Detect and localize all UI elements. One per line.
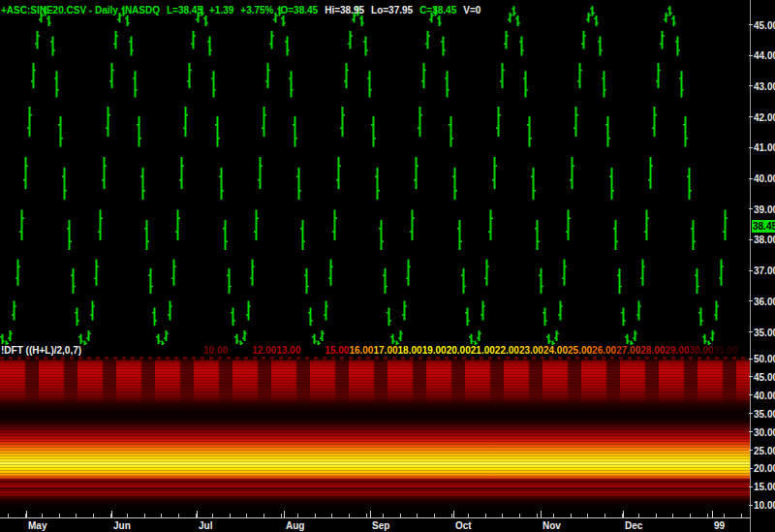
price-axis-label: 43.00 xyxy=(754,81,775,92)
time-axis-month-label: May xyxy=(28,520,46,531)
time-axis-minor-tick xyxy=(485,514,486,517)
dft-axis-tick xyxy=(749,359,753,360)
chart-application-window: +ASC:SINE20.CSV - DailyNASDQL=38.45+1.39… xyxy=(0,0,775,532)
dft-period-label: 24.00 xyxy=(543,345,568,357)
quote-field: C=38.45 xyxy=(419,5,456,16)
dft-period-label: 27.00 xyxy=(616,345,640,357)
time-axis-minor-tick xyxy=(553,514,554,517)
dft-period-label: 16.00 xyxy=(349,345,373,357)
quote-field: +1.39 xyxy=(209,5,233,16)
time-axis-month-tick xyxy=(623,511,624,517)
price-axis-label: 45.00 xyxy=(754,20,775,31)
dft-period-label: 18.00 xyxy=(398,345,422,357)
dft-axis-label: 20.00 xyxy=(754,463,775,474)
time-axis-month-label: Aug xyxy=(286,520,304,531)
dft-period-label: 21.00 xyxy=(471,345,495,357)
time-axis-month-tick xyxy=(370,511,371,517)
time-axis-minor-tick xyxy=(230,514,231,517)
time-axis-month-label: Oct xyxy=(455,520,472,531)
time-axis-month-label: Jul xyxy=(199,520,212,531)
time-axis-minor-tick xyxy=(519,514,520,517)
dft-axis-label: 15.00 xyxy=(754,482,775,492)
time-axis-minor-tick xyxy=(400,514,401,517)
dft-axis-label: 35.00 xyxy=(754,409,775,420)
price-axis-tick xyxy=(749,147,753,148)
price-axis-tick xyxy=(749,239,753,240)
price-axis-tick xyxy=(749,85,753,86)
time-axis-minor-tick xyxy=(434,514,435,517)
time-axis-month-label: Dec xyxy=(625,520,642,531)
time-axis-minor-tick xyxy=(281,514,282,517)
time-axis-minor-tick xyxy=(76,514,77,517)
dft-period-label: 29.00 xyxy=(665,345,689,357)
dft-period-label: 20.00 xyxy=(447,345,471,357)
price-axis-label: 44.00 xyxy=(754,50,775,61)
dft-header-row: !DFT ((H+L)/2,0,7) 10.0012.0013.0015.001… xyxy=(0,345,750,357)
dft-axis-tick xyxy=(749,468,753,469)
dft-period-label: 15.00 xyxy=(325,345,349,357)
time-axis-minor-tick xyxy=(502,514,503,517)
time-axis-minor-tick xyxy=(741,514,742,517)
time-axis-minor-tick xyxy=(297,514,298,517)
dft-period-label: 28.00 xyxy=(640,345,665,357)
time-axis-month-tick xyxy=(111,511,112,517)
quote-field: Lo=37.95 xyxy=(371,5,413,16)
dft-axis-tick xyxy=(749,450,753,451)
time-axis-minor-tick xyxy=(537,514,538,517)
price-axis-label: 37.00 xyxy=(754,266,775,276)
quote-field: +3.75% xyxy=(240,5,273,16)
time-axis-month-label: 99 xyxy=(714,520,725,531)
last-price-badge: 38.45 xyxy=(752,220,775,233)
quote-field: +ASC:SINE20.CSV - Daily xyxy=(1,5,118,16)
price-axis-tick xyxy=(749,300,753,301)
dft-axis-label: 30.00 xyxy=(754,427,775,438)
time-axis-minor-tick xyxy=(349,514,350,517)
time-axis-minor-tick xyxy=(638,514,639,517)
time-axis-month-tick xyxy=(197,511,198,517)
heatmap-top-dotted-line xyxy=(0,357,750,360)
time-axis-minor-tick xyxy=(672,514,673,517)
price-axis-label: 42.00 xyxy=(754,112,775,123)
quote-field: NASDQ xyxy=(125,5,160,16)
price-axis-label: 39.00 xyxy=(754,204,775,215)
time-axis-minor-tick xyxy=(161,514,162,517)
dft-period-label: 10.00 xyxy=(203,345,228,357)
dft-period-label: 25.00 xyxy=(568,345,592,357)
time-axis-month-label: Jun xyxy=(113,520,131,531)
time-axis-minor-tick xyxy=(724,514,725,517)
dft-period-label: 13.00 xyxy=(276,345,300,357)
time-axis-minor-tick xyxy=(93,514,94,517)
time-axis-minor-tick xyxy=(331,514,332,517)
time-axis-month-label: Sep xyxy=(372,520,389,531)
time-axis-minor-tick xyxy=(604,514,605,517)
price-axis-label: 35.00 xyxy=(754,328,775,338)
time-axis-minor-tick xyxy=(127,514,128,517)
time-axis-minor-tick xyxy=(8,514,9,517)
time-axis-minor-tick xyxy=(656,514,657,517)
time-axis-minor-tick xyxy=(571,514,572,517)
dft-period-label: 22.00 xyxy=(495,345,519,357)
time-axis-minor-tick xyxy=(178,514,179,517)
time-axis-minor-tick xyxy=(417,514,418,517)
price-axis-label: 36.00 xyxy=(754,297,775,307)
time-axis-month-tick xyxy=(541,511,542,517)
time-axis-month-tick xyxy=(712,511,713,517)
price-chart-area[interactable] xyxy=(0,0,750,346)
quote-field: V=0 xyxy=(463,5,480,16)
dft-axis-label: 40.00 xyxy=(754,391,775,401)
price-axis-tick xyxy=(749,24,753,25)
dft-axis-tick xyxy=(749,431,753,432)
dft-axis-tick xyxy=(749,413,753,414)
dft-period-label: 23.00 xyxy=(519,345,543,357)
time-axis-minor-tick xyxy=(366,514,367,517)
price-axis-tick xyxy=(749,55,753,56)
dft-period-label: 30.00 xyxy=(689,345,713,357)
dft-period-label: 31.00 xyxy=(713,345,737,357)
time-axis-minor-tick xyxy=(587,514,588,517)
price-axis-label: 38.00 xyxy=(754,235,775,245)
dft-period-label: 26.00 xyxy=(592,345,616,357)
dft-axis-label: 25.00 xyxy=(754,446,775,456)
time-axis-minor-tick xyxy=(59,514,60,517)
price-axis-tick xyxy=(749,331,753,332)
dft-period-label: 17.00 xyxy=(373,345,397,357)
